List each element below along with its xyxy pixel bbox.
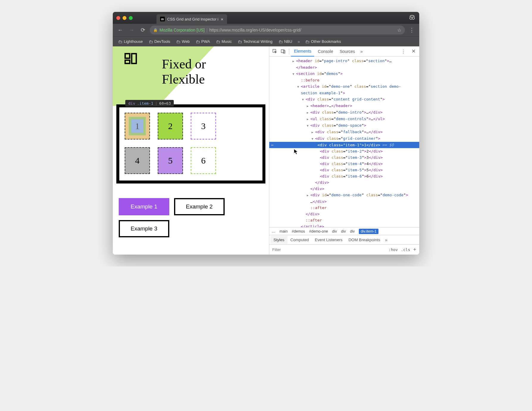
address-bar[interactable]: 🔒 Mozilla Corporation [US] | https://www… (150, 26, 405, 34)
breadcrumb-item[interactable]: div (332, 229, 337, 233)
bookmark-folder[interactable]: 🗀Lighthouse (116, 38, 145, 45)
breadcrumb-item[interactable]: main (280, 229, 288, 233)
tooltip-tag: div (128, 101, 135, 106)
dom-node-close[interactable]: </div> (269, 211, 419, 217)
breadcrumb-item-selected[interactable]: div.item-1 (359, 229, 378, 234)
styles-tab-computed[interactable]: Computed (287, 236, 312, 244)
dom-node[interactable]: </header> (269, 64, 419, 70)
new-style-rule-icon[interactable]: + (413, 247, 416, 253)
inspect-element-icon[interactable] (271, 48, 279, 55)
hov-toggle[interactable]: :hov (389, 247, 398, 252)
dom-node[interactable]: ▶<header id="page-intro" class="section"… (269, 58, 419, 64)
tab-sources[interactable]: Sources (337, 47, 358, 56)
close-window-button[interactable] (116, 16, 120, 20)
dom-node-cont[interactable]: section example-1"> (269, 90, 419, 96)
breadcrumb-item[interactable]: #demos (292, 229, 305, 233)
dom-pseudo[interactable]: ::before (269, 77, 419, 83)
tab-console[interactable]: Console (315, 47, 336, 56)
styles-tab-eventlisteners[interactable]: Event Listeners (312, 236, 345, 244)
dom-node[interactable]: <div class="item-3">3</div> (269, 154, 419, 161)
demo-container: div.item-1 | 60×63 1 2 3 4 5 6 (116, 104, 265, 183)
dom-node[interactable]: ▶<header>…</header> (269, 103, 419, 109)
webpage-viewport: Fixed or Flexible div.item-1 | 60×63 1 2… (113, 46, 269, 255)
other-bookmarks[interactable]: 🗀Other Bookmarks (303, 38, 343, 45)
browser-menu-button[interactable]: ⋮ (407, 27, 416, 33)
grid-item-5[interactable]: 5 (158, 147, 183, 174)
back-button[interactable]: ← (116, 26, 125, 34)
grid-item-2[interactable]: 2 (158, 113, 183, 139)
grid-item-1[interactable]: 1 (125, 113, 150, 139)
dom-node[interactable]: <div class="item-6">6</div> (269, 173, 419, 179)
tooltip-dimensions: 60×63 (159, 101, 171, 106)
traffic-lights (116, 16, 133, 20)
folder-icon: 🗀 (118, 39, 122, 44)
grid-item-6[interactable]: 6 (191, 147, 216, 174)
bookmark-folder[interactable]: 🗀Music (214, 38, 234, 45)
grid-logo-icon (123, 52, 140, 70)
bookmark-star-icon[interactable]: ☆ (397, 27, 401, 33)
styles-tab-dombreakpoints[interactable]: DOM Breakpoints (345, 236, 383, 244)
svg-rect-2 (125, 54, 130, 58)
grid-item-4[interactable]: 4 (125, 147, 150, 174)
incognito-icon (409, 14, 416, 22)
dom-node[interactable]: ▶<div id="demo-one-code" class="demo-cod… (269, 192, 419, 198)
example-1-button[interactable]: Example 1 (119, 198, 169, 215)
tab-elements[interactable]: Elements (291, 46, 314, 57)
devtools-kebab-icon[interactable]: ⋮ (399, 49, 407, 54)
dom-node[interactable]: ▼<div class="grid-container"> (269, 135, 419, 142)
cls-toggle[interactable]: .cls (401, 247, 410, 252)
dom-node[interactable]: ▶<ul class="demo-controls">…</ul> (269, 116, 419, 122)
bookmark-folder[interactable]: 🗀NBU (276, 38, 295, 45)
bookmarks-bar: 🗀Lighthouse 🗀DevTools 🗀Web 🗀PWA 🗀Music 🗀… (113, 36, 419, 46)
dom-node[interactable]: ▶<div class="demo-intro">…</div> (269, 109, 419, 116)
folder-icon: 🗀 (238, 39, 242, 44)
browser-tab[interactable]: m CSS Grid and Grid Inspector i × (157, 14, 227, 24)
dom-node[interactable]: <div class="item-5">5</div> (269, 167, 419, 173)
zoom-window-button[interactable] (129, 16, 133, 20)
dom-node-selected[interactable]: ⋯<div class="item-1">1</div>== $0 (269, 142, 419, 148)
grid-item-3[interactable]: 3 (191, 113, 216, 139)
cell-number: 4 (135, 156, 140, 166)
titlebar: m CSS Grid and Grid Inspector i × (113, 12, 419, 24)
forward-button[interactable]: → (127, 26, 136, 34)
folder-icon: 🗀 (149, 39, 153, 44)
bookmark-folder[interactable]: 🗀Web (174, 38, 192, 45)
bookmark-folder[interactable]: 🗀Technical Writing (235, 38, 275, 45)
breadcrumb-item[interactable]: div (350, 229, 355, 233)
example-3-button[interactable]: Example 3 (119, 220, 169, 237)
browser-window: m CSS Grid and Grid Inspector i × ← → ⟳ … (113, 12, 419, 255)
dom-node[interactable]: <div class="item-4">4</div> (269, 161, 419, 167)
dom-node[interactable]: ▼<div class="demo-space"> (269, 122, 419, 129)
tabs-overflow-icon[interactable]: » (359, 49, 364, 54)
styles-tabs-overflow-icon[interactable]: » (383, 237, 389, 242)
bookmarks-overflow-icon[interactable]: » (296, 39, 302, 44)
page-title: Fixed or Flexible (162, 57, 206, 87)
dom-node[interactable]: <div class="item-2">2</div> (269, 148, 419, 154)
minimize-window-button[interactable] (123, 16, 126, 20)
styles-tab-styles[interactable]: Styles (270, 236, 287, 244)
content-area: Fixed or Flexible div.item-1 | 60×63 1 2… (113, 46, 419, 255)
reload-button[interactable]: ⟳ (138, 26, 147, 34)
breadcrumb-item[interactable]: #demo-one (309, 229, 328, 233)
dom-node-close[interactable]: </article> (269, 223, 419, 227)
dom-pseudo[interactable]: ::after (269, 217, 419, 223)
dom-tree[interactable]: ▶<header id="page-intro" class="section"… (269, 57, 419, 227)
breadcrumb-item[interactable]: … (272, 229, 276, 233)
dom-node-cont[interactable]: …</div> (269, 198, 419, 205)
dom-node[interactable]: ▼<div class="content grid-content"> (269, 96, 419, 103)
dom-pseudo[interactable]: ::after (269, 205, 419, 211)
device-toolbar-icon[interactable] (279, 48, 287, 55)
bookmark-folder[interactable]: 🗀PWA (193, 38, 212, 45)
example-2-button[interactable]: Example 2 (174, 198, 225, 215)
dom-node-close[interactable]: </div> (269, 186, 419, 192)
styles-filter-input[interactable] (272, 247, 386, 252)
dom-node[interactable]: ▼<section id="demos"> (269, 70, 419, 77)
devtools-close-icon[interactable]: ✕ (410, 48, 417, 54)
breadcrumb-item[interactable]: div (341, 229, 346, 233)
dom-node[interactable]: ▶<div class="fallback">…</div> (269, 129, 419, 135)
dom-node[interactable]: ▼<article id="demo-one" class="section d… (269, 83, 419, 90)
bookmark-folder[interactable]: 🗀DevTools (146, 38, 173, 45)
dom-node-close[interactable]: </div> (269, 179, 419, 186)
close-tab-icon[interactable]: × (221, 17, 223, 22)
devtools-tabs: Elements Console Sources » ⋮ ✕ (269, 46, 419, 57)
